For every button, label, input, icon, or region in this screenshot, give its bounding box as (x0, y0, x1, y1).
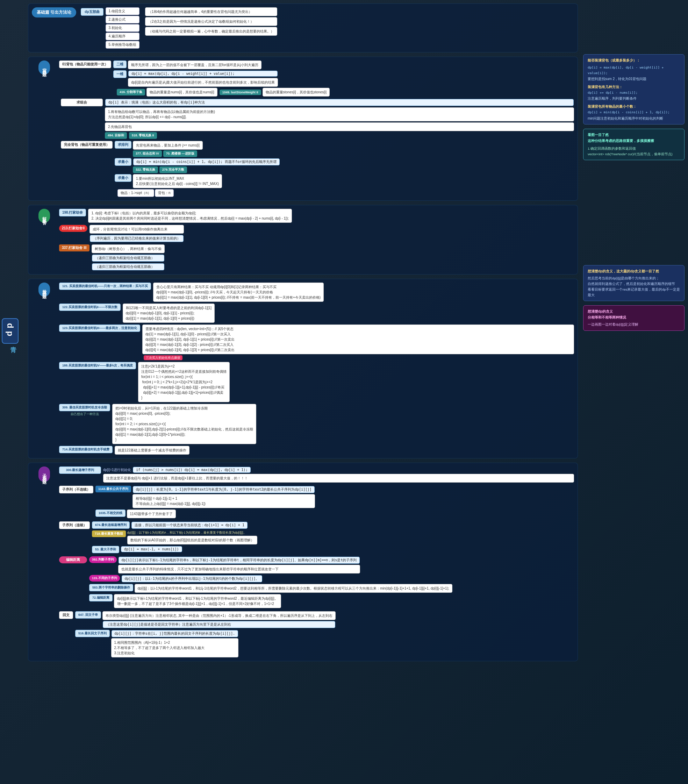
zixulie-right-info2: 想清楚dp的含义分相等和不相等两种情况 一边画图一边对着dp[i][j]定义理解 (583, 305, 685, 331)
prob-718-note: 数组的下标从A0开始的，那么dp[0][j]统括的是是数组对应i的那个数（画图理… (127, 536, 257, 544)
prob-213-note: 成环，分首尾情况讨论！可以用rob操作抽离出来 (89, 225, 184, 234)
prob-72: 72.编辑距离 dp[i][j]表示以下标i-1为结尾的字符串word1，和以下… (89, 594, 574, 608)
gupiao-188-label: 188.买卖股票的最佳时机IV——最多k次，奇买偶卖 (59, 362, 136, 369)
prob-198-desc: 1. dp[i]: 考虑下标i（包括）以内的房屋，最多可以偷窃的金额为dp[i]… (88, 209, 292, 223)
dp-step4: 4.遍历顺序 (105, 33, 140, 40)
prob-516-id: 516.最长回文子序列 (75, 630, 110, 637)
jichu-note1: （1和4的作用超越任何越越简单，4的重要性在背包问题尤为突出） (145, 7, 277, 16)
prob-1143: 1143.最长公共子序列 dp[i][j]：长度为[0, i-1]的字符串tex… (95, 486, 574, 508)
prob-53-id: 53. 最大子序和 (92, 546, 119, 553)
dajiayoudou-right-title: 看图一目了然这种分结果考虑的思路很重要，多摸摸擦擦 (588, 132, 680, 144)
prob-1143-id: 1143.最长公共子序列 (95, 486, 131, 492)
zixulie-buliansxu-group: 子序列（不连续） 1143.最长公共子序列 dp[i][j]：长度为[0, i-… (59, 486, 574, 518)
prob-392-formula: dp[i][j]表示以下标i-1为结尾的字符串s，和以下标j-1为结尾的字符串t… (119, 557, 360, 564)
prob-416-note: 物品的重量是nums[i]，其价值也是nums[i] (146, 88, 217, 97)
prob-583-id: 583.两个字符串的删除操作 (89, 584, 133, 591)
beibao-qiuzu-note2: 2.先物品再背包 (105, 122, 574, 131)
prob-115: 115.不同的子序列 dp[i][j]：以i-1为结尾的s的子序列中出现以j-1… (89, 575, 574, 583)
prob-70: 70. 爬楼梯 —进阶版 (163, 150, 197, 157)
prob-337-id: 337.打家劫舍 III (59, 244, 89, 252)
prob-674: 674.最长连续递增序列 连接，所以只能前面一个状态来导当前状态：dp[i+1]… (92, 521, 574, 529)
prob-516: 516.最长回文子序列 dp[i][j]：字符串s在[i, j]范围内最长的回文… (75, 630, 574, 657)
beibao-right-title2: 装满背包有几种方法： (588, 84, 680, 90)
beibao-right-info: 能否装满背包（或最多装多少）： dp[i] = max(dp[i], dp[i … (583, 54, 685, 125)
prob-1143-note: 相等dp[i][j] = dp[i-1][j-1] + 1不等由由上上dp[i]… (132, 494, 315, 508)
beibao-01-1d-label: 一维 (113, 70, 127, 78)
dajiayoudou-title: 打家劫舍 (38, 209, 50, 223)
prob-416-id: 416. 分割等子集 (117, 89, 145, 96)
prob-53-formula: dp[i] = max(-1, + nums[i]) (121, 546, 182, 552)
zixulie-right-info1: 想清楚dp的含义，这大题的dp含义都一目了然 然后思考当前的dp[i][j]是由… (583, 265, 685, 301)
prob-718-dplabel: dp[i][j]：以下标i-1为结尾的A，和以下标j-1为结尾的B，最长重复子数… (127, 530, 257, 535)
gupiao-section: 股票问题 121. 买卖股票的最佳时机——只有一次，两种结果：买与不买 贪心心里… (28, 279, 578, 458)
tree-content: 基础篇 引出方法论 dp五部曲 1.dp[i]含义 2.递推公式 3.初始化 4… (28, 0, 578, 665)
beibao-right-note1: 要想到是找sum 2，转化为01背包问题 (588, 76, 680, 82)
prob-300-formula: if (nums[j] > nums[i]) dp[i] = max(dp[j]… (133, 467, 251, 473)
beibao-01-problems: 416. 分割等子集 物品的重量是nums[i]，其价值也是nums[i] 10… (113, 88, 330, 97)
beibao-qiuzu-note1: 1.将有物品组dp数可以物品，再将有物品(以物品属前为前提的方法数)方法总然是d… (105, 107, 574, 121)
beibao-wanquan: 完全背包（物品可重复使用） 求排列 先背包再来物品，要加上条件 j>= nums… (59, 141, 574, 197)
gupiao-309-self-note: 自己想出了一种方法 (59, 412, 110, 417)
beibao-title: 背包问题 (38, 61, 50, 74)
beibao-right-title1: 能否装满背包（或最多装多少）： (588, 58, 680, 63)
dp-step2: 2.递推公式 (105, 16, 140, 23)
prob-647-note: 布尔类型dp[i][j] (注意遍历方向）注意相邻状态, 其中一种是由（范围围内… (102, 611, 336, 620)
beibao-01-2d-desc: 顺序无所谓，因为上一层的值不会被下一层覆盖，且第二层for循环是从j小到大遍历 (128, 61, 262, 69)
beibao-right-formula3: dp[i] = min(dp[i - coins[i]] + 1, dp[i])… (588, 109, 680, 115)
prob-674-id: 674.最长连续递增序列 (92, 521, 130, 529)
dajiayoudou-198: 198.打家劫舍 1. dp[i]: 考虑下标i（包括）以内的房屋，最多可以偷窃… (59, 209, 574, 223)
prob-392: 392.判断子序列 dp[i][j]表示以下标i-1为结尾的字符串s，和以下标j… (89, 556, 574, 573)
prob-337-desc: 树形dp（树形贪心），两种结果：偷与不偷 (92, 244, 165, 253)
prob-300-label: 300.最长递增子序列 (59, 466, 101, 474)
prob-300-init: dp[i]=1进行初始化 (103, 468, 131, 473)
zixulie-right-content2: 一边画图一边对着dp[i][j]定义理解 (588, 322, 680, 327)
prob-718-id: 718.最长重复子数组 (92, 530, 126, 537)
jichu-title: 基础篇 引出方法论 (32, 7, 76, 18)
prob-1049-id: 1049. lastStoneWeight II (219, 89, 261, 95)
wanquan-zuixiao-formula: dp[i] = min(dp[i - coins[i]] + 1, dp[i])… (133, 158, 280, 165)
lianxu-label: 子序列（连续） (59, 521, 90, 529)
dajiayoudou-213: 213.打家劫舍II 成环，分首尾情况讨论！可以用rob操作抽离出来 （序列遍历… (59, 225, 574, 242)
dp-step3: 3.初始化 (105, 24, 140, 32)
zixulie-title: 子序列问题 (38, 466, 50, 482)
zixulie-right-title2: 想清楚dp的含义分相等和不相等两种情况 (588, 308, 680, 320)
beibao-01-2d: 二维 顺序无所谓，因为上一层的值不会被下一层覆盖，且第二层for循环是从j小到大… (113, 61, 330, 69)
beibao-right-note3: min问题注意初始化和遍历顺序中对初始化的判断 (588, 115, 680, 121)
gupiao-714: 714.买卖股票的最佳时机含手续费 就是122基础上需要多一个减去手续费的操作 (59, 446, 574, 455)
gupiao-121-label: 121. 买卖股票的最佳时机——只有一次，两种结果：买与不买 (59, 283, 151, 290)
gupiao-309-desc: 把i=0时初始化后，从i=1开始，在122题的基础上增加冷冻期 dp[i][0]… (112, 404, 256, 444)
prob-518: 518. 零钱兑换 II (129, 132, 157, 139)
gupiao-714-label: 714.买卖股票的最佳时机含手续费 (59, 446, 113, 453)
zixulie-lianxu-group: 子序列（连续） 674.最长连续递增序列 连接，所以只能前面一个状态来导当前状态… (59, 521, 574, 553)
qing-label: 青 (2, 346, 25, 354)
prob-72-id: 72.编辑距离 (89, 594, 113, 601)
beibao-01-1d: 一维 dp[i] = max(dp[i], dp[i - weight[i]] … (113, 70, 330, 87)
gupiao-122: 122.买卖股票的最佳时机II——不限次数 和121唯一不同是买入时要考虑的是之… (59, 303, 574, 323)
prob-1035-note: 1143题带多个了另外套子了 (127, 509, 176, 518)
beibao-right-title3: 装满背包所有物品的最小个数： (588, 104, 680, 109)
gupiao-121: 121. 买卖股票的最佳时机——只有一次，两种结果：买与不买 贪心心里只有两种结… (59, 283, 574, 302)
prob-392-id: 392.判断子序列 (89, 556, 117, 563)
gupiao-188-desc: 注意j<2k'1是因为j+=2 注意012一个偶然然此+=2这样而不是直接加到前… (138, 362, 230, 402)
main-content-area: 基础篇 引出方法论 dp五部曲 1.dp[i]含义 2.递推公式 3.初始化 4… (28, 0, 688, 665)
gupiao-123-desc: 需要考虑四种情况：dp(len, vector<int>(5))；// 其5个状… (142, 324, 574, 354)
beibao-01-1d-note: dp[i]是自内向遍历是从j最大值开始往前进行的，不然前面的也包含前到多次，影响… (128, 78, 278, 87)
beibao-wanquan-label: 完全背包（物品可重复使用） (61, 141, 113, 148)
prob-494: 494. 目标和 (105, 132, 127, 139)
prob-300-note: 注意这里不是要dp[i]与 dp[j]+1 进行比较，而是dp[j]+1要往上比… (103, 474, 574, 483)
zixulie-right-content1: 然后思考当前的dp[i][j]是由哪个方向推出来的；自然就得到递推公式了，然后是… (588, 275, 680, 298)
prob-647-id: 647. 回文子串 (75, 611, 101, 619)
wanquan-zuixiao2-label: 求最小 (115, 174, 132, 182)
prob-647-formula-note: （注意这里dp[i][j]是描述是否是回文字符串）注意遍历方向里下是是从左到右 (103, 621, 335, 628)
gupiao-188: 188.买卖股票的最佳时机IV——最多k次，奇买偶卖 注意j<2k'1是因为j+… (59, 362, 574, 402)
dajiayoudou-right-info: 看图一目了然这种分结果考虑的思路很重要，多摸摸擦擦 1.确定回调函数的参数和返回… (583, 129, 685, 160)
huiwen-label: 回文 (59, 611, 73, 619)
prob-392-note: 也就是最长公共子序列的特殊情况，只不过为了更加明确地指出来那些字符串的顺序和位置… (118, 565, 360, 573)
dp-label: dp (2, 318, 18, 344)
prob-279: 279.完全平方数 (160, 166, 187, 173)
gupiao-title: 股票问题 (38, 283, 50, 296)
beibao-section: 背包问题 01背包（物品只能使用一次） 二维 顺序无所谓，因为上 (28, 57, 578, 201)
prob-53: 53. 最大子序和 dp[i] = max(-1, + nums[i]) (92, 546, 574, 553)
beibao-qiuzu: 求组合 dp[i] 表示：填满（包括）这么大容积的包，有dp[i]种方法 1.将… (59, 99, 574, 139)
zuixiao-init: 物品：1->sqrt（n） (117, 189, 154, 197)
